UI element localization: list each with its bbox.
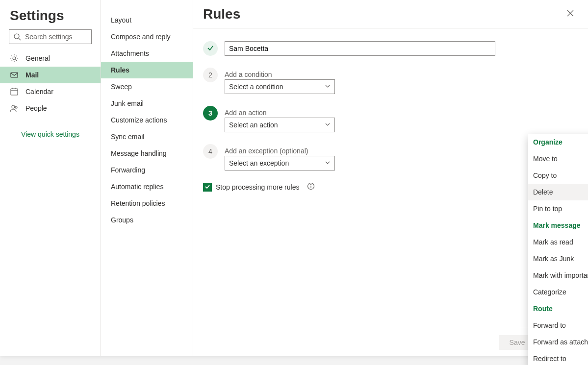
chevron-down-icon — [325, 83, 331, 91]
nav-label-general: General — [26, 54, 50, 62]
svg-rect-3 — [11, 73, 18, 77]
nav-item-calendar[interactable]: Calendar — [0, 83, 101, 100]
nav-item-general[interactable]: General — [0, 50, 101, 67]
sub-item-sweep[interactable]: Sweep — [101, 78, 193, 95]
search-input[interactable] — [25, 33, 87, 41]
step-badge-2: 2 — [203, 68, 218, 82]
step-badge-done — [203, 41, 218, 56]
sub-item-sync[interactable]: Sync email — [101, 128, 193, 145]
action-dropdown-value: Select an action — [229, 121, 278, 129]
menu-item-categorize[interactable]: Categorize — [528, 284, 588, 300]
sub-item-compose[interactable]: Compose and reply — [101, 28, 193, 45]
menu-item-delete[interactable]: Delete — [528, 184, 588, 200]
view-quick-settings-link[interactable]: View quick settings — [0, 130, 101, 138]
nav-label-people: People — [26, 104, 47, 112]
rules-title: Rules — [203, 6, 240, 22]
menu-header-route: Route — [528, 300, 588, 317]
svg-point-8 — [12, 105, 15, 108]
step-label-exception: Add an exception (optional) — [225, 144, 578, 155]
settings-title: Settings — [0, 0, 101, 29]
sub-item-layout[interactable]: Layout — [101, 12, 193, 28]
search-icon — [13, 32, 21, 41]
close-icon — [567, 10, 574, 19]
nav-item-mail[interactable]: Mail — [0, 67, 101, 83]
step-label-condition: Add a condition — [225, 68, 578, 78]
sub-item-groups[interactable]: Groups — [101, 212, 193, 228]
sub-item-autoreplies[interactable]: Automatic replies — [101, 178, 193, 195]
search-box[interactable] — [9, 29, 92, 44]
menu-item-redirect[interactable]: Redirect to — [528, 350, 588, 365]
menu-item-read[interactable]: Mark as read — [528, 234, 588, 250]
action-menu: Organize Move to Copy to Delete Pin to t… — [528, 134, 588, 365]
check-icon — [207, 45, 214, 53]
sub-item-customize[interactable]: Customize actions — [101, 112, 193, 128]
svg-point-14 — [311, 184, 311, 185]
gear-icon — [10, 54, 19, 63]
menu-item-forward[interactable]: Forward to — [528, 317, 588, 334]
svg-point-2 — [13, 57, 16, 60]
chevron-down-icon — [325, 121, 331, 129]
menu-item-junk[interactable]: Mark as Junk — [528, 250, 588, 267]
menu-item-move[interactable]: Move to — [528, 150, 588, 167]
close-button[interactable] — [562, 6, 578, 22]
svg-line-1 — [19, 38, 21, 40]
action-dropdown[interactable]: Select an action — [225, 118, 335, 132]
sub-item-rules[interactable]: Rules — [101, 62, 193, 78]
condition-dropdown-value: Select a condition — [229, 83, 283, 91]
nav-label-calendar: Calendar — [26, 88, 53, 96]
menu-header-mark: Mark message — [528, 217, 588, 234]
condition-dropdown[interactable]: Select a condition — [225, 79, 335, 94]
mail-icon — [10, 71, 19, 79]
stop-processing-checkbox[interactable] — [203, 183, 212, 192]
sub-item-handling[interactable]: Message handling — [101, 145, 193, 162]
menu-item-pin[interactable]: Pin to top — [528, 200, 588, 217]
nav-label-mail: Mail — [26, 71, 39, 79]
svg-rect-4 — [11, 89, 18, 95]
checkmark-icon — [205, 183, 210, 191]
svg-point-9 — [15, 106, 17, 108]
sub-item-junk[interactable]: Junk email — [101, 95, 193, 112]
sub-item-retention[interactable]: Retention policies — [101, 195, 193, 212]
step-badge-3: 3 — [203, 106, 218, 121]
people-icon — [10, 104, 19, 113]
calendar-icon — [10, 87, 19, 96]
sub-item-forwarding[interactable]: Forwarding — [101, 162, 193, 178]
chevron-down-icon — [325, 159, 331, 167]
menu-item-importance[interactable]: Mark with importance — [528, 267, 588, 284]
menu-item-forward-attach[interactable]: Forward as attachment — [528, 334, 588, 350]
menu-header-organize: Organize — [528, 134, 588, 150]
menu-item-copy[interactable]: Copy to — [528, 167, 588, 184]
step-badge-4: 4 — [203, 144, 218, 159]
exception-dropdown-value: Select an exception — [229, 159, 289, 167]
info-icon[interactable] — [307, 182, 315, 192]
stop-processing-label: Stop processing more rules — [216, 183, 299, 191]
svg-point-0 — [14, 34, 19, 39]
rule-name-input[interactable] — [225, 41, 495, 56]
exception-dropdown[interactable]: Select an exception — [225, 156, 335, 170]
sub-item-attachments[interactable]: Attachments — [101, 45, 193, 62]
step-label-action: Add an action — [225, 106, 578, 117]
nav-item-people[interactable]: People — [0, 100, 101, 117]
